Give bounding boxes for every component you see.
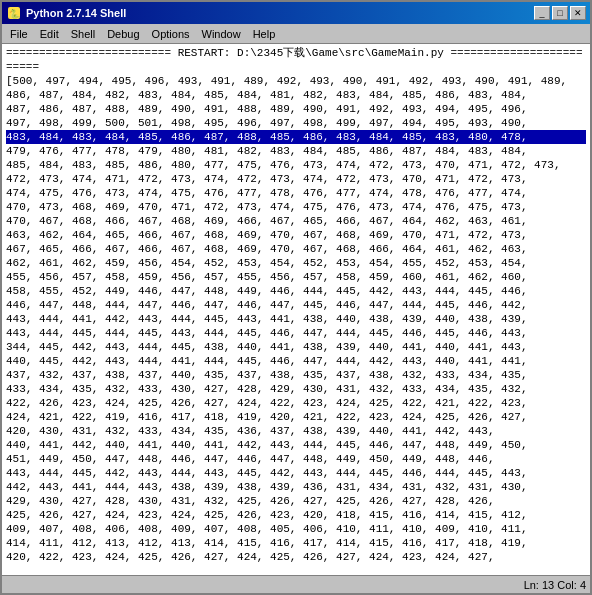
output-line: 344, 445, 442, 443, 444, 445, 438, 440, … (6, 340, 586, 354)
status-text: Ln: 13 Col: 4 (524, 579, 586, 591)
output-line: [500, 497, 494, 495, 496, 493, 491, 489,… (6, 74, 586, 88)
menu-file[interactable]: File (4, 26, 34, 42)
window-title: Python 2.7.14 Shell (26, 7, 126, 19)
output-line: 485, 484, 483, 485, 486, 480, 477, 475, … (6, 158, 586, 172)
output-line: 455, 456, 457, 458, 459, 456, 457, 455, … (6, 270, 586, 284)
output-line: 470, 473, 468, 469, 470, 471, 472, 473, … (6, 200, 586, 214)
minimize-button[interactable]: _ (534, 6, 550, 20)
output-line: 414, 411, 412, 413, 412, 413, 414, 415, … (6, 536, 586, 550)
restart-line: ========================= RESTART: D:\23… (6, 47, 583, 73)
output-line: 409, 407, 408, 406, 408, 409, 407, 408, … (6, 522, 586, 536)
output-line: 470, 467, 468, 466, 467, 468, 469, 466, … (6, 214, 586, 228)
output-line: 442, 443, 441, 444, 443, 438, 439, 438, … (6, 480, 586, 494)
output-line: 433, 434, 435, 432, 433, 430, 427, 428, … (6, 382, 586, 396)
output-line: 487, 486, 487, 488, 489, 490, 491, 488, … (6, 102, 586, 116)
menu-options[interactable]: Options (146, 26, 196, 42)
title-bar-left: 🐍 Python 2.7.14 Shell (6, 5, 126, 21)
output-line: 483, 484, 483, 484, 485, 486, 487, 488, … (6, 130, 586, 144)
main-window: 🐍 Python 2.7.14 Shell _ □ ✕ File Edit Sh… (0, 0, 592, 595)
output-lines: [500, 497, 494, 495, 496, 493, 491, 489,… (6, 74, 586, 564)
output-line: 463, 462, 464, 465, 466, 467, 468, 469, … (6, 228, 586, 242)
output-line: 467, 465, 466, 467, 466, 467, 468, 469, … (6, 242, 586, 256)
svg-text:🐍: 🐍 (9, 8, 21, 20)
output-line: 443, 444, 445, 444, 445, 443, 444, 445, … (6, 326, 586, 340)
output-line: 443, 444, 445, 442, 443, 444, 443, 445, … (6, 466, 586, 480)
menu-shell[interactable]: Shell (65, 26, 101, 42)
output-line: 424, 421, 422, 419, 416, 417, 418, 419, … (6, 410, 586, 424)
output-line: 451, 449, 450, 447, 448, 446, 447, 446, … (6, 452, 586, 466)
maximize-button[interactable]: □ (552, 6, 568, 20)
close-button[interactable]: ✕ (570, 6, 586, 20)
menu-help[interactable]: Help (247, 26, 282, 42)
output-text: ========================= RESTART: D:\23… (6, 46, 586, 74)
python-icon: 🐍 (6, 5, 22, 21)
output-line: 440, 441, 442, 440, 441, 440, 441, 442, … (6, 438, 586, 452)
output-line: 486, 487, 484, 482, 483, 484, 485, 484, … (6, 88, 586, 102)
output-line: 437, 432, 437, 438, 437, 440, 435, 437, … (6, 368, 586, 382)
output-line: 479, 476, 477, 478, 479, 480, 481, 482, … (6, 144, 586, 158)
menu-window[interactable]: Window (196, 26, 247, 42)
output-line: 429, 430, 427, 428, 430, 431, 432, 425, … (6, 494, 586, 508)
output-line: 440, 445, 442, 443, 444, 441, 444, 445, … (6, 354, 586, 368)
output-line: 458, 455, 452, 449, 446, 447, 448, 449, … (6, 284, 586, 298)
shell-content[interactable]: ========================= RESTART: D:\23… (2, 44, 590, 575)
title-buttons: _ □ ✕ (534, 6, 586, 20)
output-line: 422, 426, 423, 424, 425, 426, 427, 424, … (6, 396, 586, 410)
title-bar: 🐍 Python 2.7.14 Shell _ □ ✕ (2, 2, 590, 24)
output-line: 497, 498, 499, 500, 501, 498, 495, 496, … (6, 116, 586, 130)
output-line: 474, 475, 476, 473, 474, 475, 476, 477, … (6, 186, 586, 200)
output-line: 472, 473, 474, 471, 472, 473, 474, 472, … (6, 172, 586, 186)
output-line: 425, 426, 427, 424, 423, 424, 425, 426, … (6, 508, 586, 522)
status-bar: Ln: 13 Col: 4 (2, 575, 590, 593)
menu-edit[interactable]: Edit (34, 26, 65, 42)
output-line: 420, 430, 431, 432, 433, 434, 435, 436, … (6, 424, 586, 438)
menu-debug[interactable]: Debug (101, 26, 145, 42)
output-line: 443, 444, 441, 442, 443, 444, 445, 443, … (6, 312, 586, 326)
output-line: 420, 422, 423, 424, 425, 426, 427, 424, … (6, 550, 586, 564)
menu-bar: File Edit Shell Debug Options Window Hel… (2, 24, 590, 44)
output-line: 446, 447, 448, 444, 447, 446, 447, 446, … (6, 298, 586, 312)
output-line: 462, 461, 462, 459, 456, 454, 452, 453, … (6, 256, 586, 270)
